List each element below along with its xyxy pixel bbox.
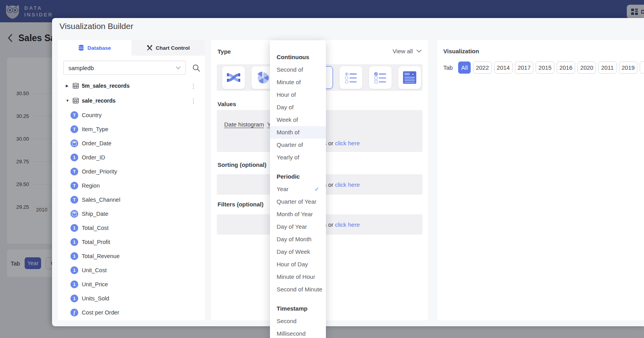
year-tab-button[interactable]: 2017 (515, 61, 533, 74)
field-name: Region (82, 183, 100, 189)
field-row[interactable]: 1 Total_Cost (58, 221, 205, 235)
year-tab-button[interactable]: 2020 (577, 61, 596, 74)
tab-database[interactable]: Database (58, 40, 131, 56)
menu-item-label: Day of Week (277, 246, 310, 258)
year-tab-button[interactable]: 2016 (557, 61, 575, 74)
view-all-button[interactable]: View all (393, 48, 422, 54)
type-section-label: Type (218, 48, 231, 55)
menu-item[interactable]: Minute of Hour (270, 271, 326, 283)
field-name: Total_Profit (82, 239, 110, 245)
menu-item-label: Second of Minute (277, 283, 322, 296)
field-row[interactable]: f Cost per Order (58, 305, 205, 320)
checkbox-list-icon (374, 72, 387, 83)
field-name: Order_Date (82, 140, 112, 146)
menu-item[interactable]: Day of Month (270, 233, 326, 246)
menu-item[interactable]: Quarter of (270, 139, 326, 151)
field-row[interactable]: 1 Unit_Price (58, 277, 205, 291)
chart-type-checkbox-list-tile[interactable] (369, 66, 392, 89)
menu-item[interactable]: Millisecond (270, 327, 326, 338)
field-row[interactable]: 1 Units_Sold (58, 291, 205, 305)
field-row[interactable]: 1 Total_Profit (58, 235, 205, 249)
tab-chart-control[interactable]: Chart Control (131, 40, 205, 56)
menu-item[interactable]: Day of Week (270, 246, 326, 258)
visualization-title: Visualization (443, 48, 479, 54)
year-tab-button[interactable]: All (458, 61, 471, 74)
menu-item-label: Millisecond (277, 327, 306, 338)
menu-item-label: Quarter of Year (277, 195, 317, 208)
table-icon (73, 83, 79, 89)
table-menu-kebab-icon[interactable]: ⋮ (191, 98, 196, 104)
field-type-icon: 1 (70, 252, 78, 260)
menu-item[interactable]: Day of Year (270, 221, 326, 233)
menu-item[interactable]: Hour of (270, 89, 326, 101)
menu-item-label: Week of (277, 114, 298, 126)
year-tab-button[interactable]: 2022 (473, 61, 491, 74)
chart-type-sankey-tile[interactable] (222, 66, 245, 89)
menu-item[interactable]: Week of (270, 114, 326, 126)
panel-tabs: Database Chart Control (58, 40, 205, 56)
menu-item-label: Second (277, 315, 297, 327)
menu-item[interactable]: Year ✓ (270, 183, 326, 195)
menu-item[interactable]: Month of Year (270, 208, 326, 221)
field-row[interactable]: T Sales_Channel (58, 193, 205, 207)
database-select[interactable]: sampledb (63, 61, 186, 75)
menu-item[interactable]: Continuous (270, 51, 326, 63)
search-button[interactable] (192, 64, 200, 72)
field-row[interactable]: Order_Date (58, 136, 205, 150)
click-here-link[interactable]: click here (335, 221, 360, 228)
table-row-sale-records[interactable]: ▼ sale_records ⋮ (58, 93, 205, 108)
menu-item[interactable]: Second (270, 315, 326, 327)
menu-item[interactable]: Periodic (270, 170, 326, 183)
field-name: Units_Sold (82, 295, 109, 302)
menu-item[interactable]: Minute of (270, 76, 326, 89)
menu-item[interactable]: Second of (270, 63, 326, 76)
year-tab-button[interactable]: 2011 (598, 61, 616, 74)
caret-expanded-icon[interactable]: ▼ (66, 99, 72, 103)
field-name: Order_Priority (82, 168, 117, 175)
database-icon (78, 45, 84, 51)
field-row[interactable]: T Order_Priority (58, 164, 205, 179)
menu-item[interactable]: Day of (270, 101, 326, 114)
click-here-link[interactable]: click here (335, 140, 360, 146)
menu-item-label: Year (277, 183, 288, 195)
chevron-down-icon (416, 49, 422, 53)
year-tab-button[interactable]: 2 (640, 61, 644, 74)
menu-item[interactable]: Yearly of (270, 151, 326, 164)
filters-section-label: Filters (optional) (218, 201, 264, 208)
field-row[interactable]: T Region (58, 179, 205, 193)
year-tab-list: All 2022 2014 2017 2015 2016 2020 2011 2… (458, 61, 644, 74)
schema-tree: ▶ 5m_sales_records ⋮ ▼ sale_records ⋮ (58, 78, 205, 320)
menu-item-label: Month of Year (277, 208, 313, 221)
menu-item[interactable]: Second of Minute (270, 283, 326, 296)
table-menu-kebab-icon[interactable]: ⋮ (191, 83, 196, 89)
date-histogram-chip[interactable]: Date histogram (224, 121, 264, 128)
click-here-link[interactable]: click here (335, 181, 360, 188)
field-row[interactable]: 1 Order_ID (58, 150, 205, 164)
field-name: Cost per Order (82, 309, 119, 316)
menu-item[interactable]: Quarter of Year (270, 195, 326, 208)
menu-item[interactable]: Timestamp (270, 302, 326, 315)
menu-item[interactable]: Hour of Day (270, 258, 326, 271)
table-name: sale_records (82, 98, 191, 104)
field-row[interactable]: T Country (58, 108, 205, 122)
menu-item-label: Day of Year (277, 221, 307, 233)
chart-type-radio-list-tile[interactable] (340, 66, 362, 89)
caret-collapsed-icon[interactable]: ▶ (66, 84, 72, 88)
field-type-icon: f (70, 309, 78, 316)
year-tab-button[interactable]: 2014 (494, 61, 513, 74)
year-tab-button[interactable]: 2019 (619, 61, 637, 74)
tools-icon (147, 45, 153, 51)
chart-type-table-dropdown-tile[interactable] (398, 66, 421, 89)
field-row[interactable]: 1 Unit_Cost (58, 263, 205, 277)
table-row-5m-sales-records[interactable]: ▶ 5m_sales_records ⋮ (58, 78, 205, 93)
field-name: Unit_Price (82, 281, 108, 287)
granularity-dropdown-menu: Continuous Second of Minute of Hour of D… (270, 40, 326, 338)
field-row[interactable]: Ship_Date (58, 207, 205, 221)
menu-item[interactable]: Month of (270, 126, 326, 139)
field-row[interactable]: T Item_Type (58, 122, 205, 136)
year-tab-button[interactable]: 2015 (536, 61, 554, 74)
field-row[interactable]: 1 Total_Revenue (58, 249, 205, 263)
field-type-icon (70, 210, 78, 218)
chevron-down-icon (176, 66, 181, 69)
database-select-value: sampledb (68, 65, 176, 71)
